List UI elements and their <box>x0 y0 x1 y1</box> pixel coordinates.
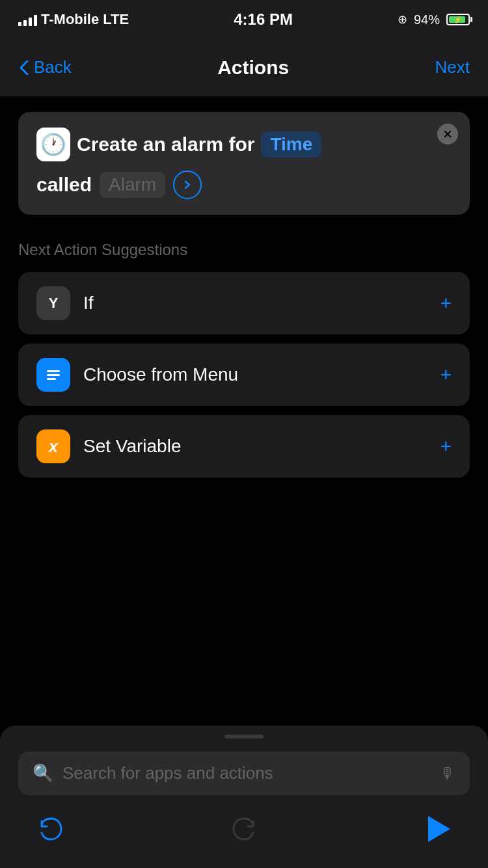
carrier-info: T-Mobile LTE <box>18 11 129 28</box>
signal-icon <box>18 13 37 26</box>
add-if-button[interactable]: + <box>440 292 452 314</box>
action-text-1: Create an alarm for <box>77 133 254 156</box>
battery-icon: ⚡ <box>446 14 470 25</box>
alarm-variable[interactable]: Alarm <box>100 172 165 198</box>
search-icon: 🔍 <box>33 763 53 783</box>
suggestion-item-menu[interactable]: Choose from Menu + <box>18 344 470 406</box>
suggestion-label-variable: Set Variable <box>83 436 181 457</box>
play-icon <box>428 816 450 842</box>
undo-icon <box>36 815 65 843</box>
mic-icon[interactable]: 🎙 <box>440 765 455 783</box>
time-variable[interactable]: Time <box>261 131 321 157</box>
status-bar: T-Mobile LTE 4:16 PM ⊕ 94% ⚡ <box>0 0 488 39</box>
action-text-2: called <box>36 174 92 196</box>
redo-icon <box>230 815 258 843</box>
if-icon: Y <box>36 286 70 320</box>
suggestion-label-if: If <box>83 293 94 314</box>
undo-button[interactable] <box>31 809 70 848</box>
battery-percent: 94% <box>414 12 440 27</box>
run-button[interactable] <box>418 809 457 848</box>
add-variable-button[interactable]: + <box>440 435 452 457</box>
main-content: 🕐 Create an alarm for Time called Alarm … <box>0 96 488 478</box>
status-time: 4:16 PM <box>234 10 293 29</box>
network-type: LTE <box>103 11 129 28</box>
search-placeholder: Search for apps and actions <box>62 763 431 783</box>
expand-button[interactable] <box>173 170 202 199</box>
clock-icon: 🕐 <box>36 128 70 161</box>
action-card-second-row: called Alarm <box>36 170 452 199</box>
menu-icon <box>36 358 70 392</box>
suggestion-item-variable[interactable]: x Set Variable + <box>18 415 470 478</box>
action-card: 🕐 Create an alarm for Time called Alarm <box>18 112 470 215</box>
carrier-name: T-Mobile <box>41 11 99 28</box>
suggestion-item-if[interactable]: Y If + <box>18 272 470 334</box>
back-button[interactable]: Back <box>18 57 72 77</box>
chevron-left-icon <box>18 59 30 77</box>
svg-rect-2 <box>47 378 56 380</box>
close-button[interactable] <box>437 124 458 144</box>
suggestion-label-menu: Choose from Menu <box>83 364 238 385</box>
add-menu-button[interactable]: + <box>440 364 452 386</box>
battery-info: ⊕ 94% ⚡ <box>398 12 470 27</box>
nav-bar: Back Actions Next <box>0 39 488 96</box>
next-button[interactable]: Next <box>435 57 470 77</box>
chevron-right-icon <box>181 178 194 191</box>
page-title: Actions <box>217 57 289 79</box>
svg-rect-0 <box>47 370 60 372</box>
bottom-toolbar <box>18 809 470 848</box>
bottom-sheet: 🔍 Search for apps and actions 🎙 <box>0 726 488 868</box>
variable-icon: x <box>36 429 70 463</box>
action-card-content: 🕐 Create an alarm for Time <box>36 128 452 161</box>
sheet-handle <box>224 735 264 739</box>
suggestion-list: Y If + Choose from Menu + <box>18 272 470 478</box>
suggestions-label: Next Action Suggestions <box>18 241 470 259</box>
redo-button[interactable] <box>224 809 264 848</box>
svg-rect-1 <box>47 374 60 376</box>
search-bar[interactable]: 🔍 Search for apps and actions 🎙 <box>18 752 470 795</box>
location-icon: ⊕ <box>398 12 407 27</box>
